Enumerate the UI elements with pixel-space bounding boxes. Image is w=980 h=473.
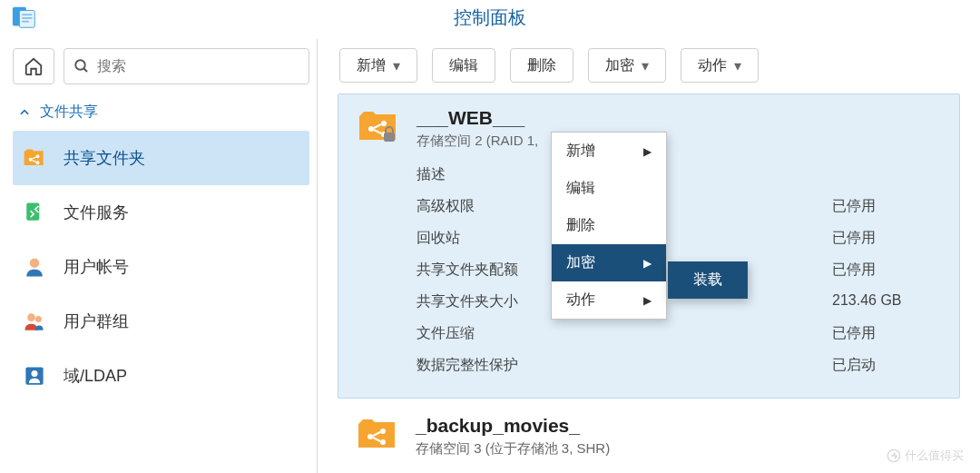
file-service-icon xyxy=(22,200,47,225)
section-toggle-file-sharing[interactable]: 文件共享 xyxy=(13,97,309,131)
share-folder-icon xyxy=(22,145,47,171)
home-icon xyxy=(24,56,44,76)
sidebar-item-share-folder[interactable]: 共享文件夹 xyxy=(13,131,309,185)
svg-point-9 xyxy=(36,161,40,164)
svg-point-13 xyxy=(30,258,40,268)
svg-point-19 xyxy=(381,121,387,126)
sidebar-item-label: 文件服务 xyxy=(64,202,129,223)
svg-point-7 xyxy=(29,158,33,162)
toolbar-动作-button[interactable]: 动作▾ xyxy=(681,48,759,83)
sidebar-item-group[interactable]: 用户群组 xyxy=(13,294,309,349)
content-pane: 新增▾编辑删除加密▾动作▾ ___WEB___存储空间 2 (RAID 1,描述… xyxy=(318,39,980,473)
chevron-right-icon: ▶ xyxy=(643,257,652,270)
svg-rect-3 xyxy=(22,17,32,19)
folder-property-row: 文件压缩已停用 xyxy=(416,318,941,350)
user-icon xyxy=(22,254,47,280)
search-icon xyxy=(74,58,90,74)
folder-name: _backup_movies_ xyxy=(416,415,942,437)
context-menu-item[interactable]: 新增▶ xyxy=(552,133,666,170)
svg-rect-2 xyxy=(22,14,32,15)
sidebar-item-label: 共享文件夹 xyxy=(64,147,145,169)
folder-property-row: 描述 xyxy=(416,159,941,191)
chevron-right-icon: ▶ xyxy=(643,145,652,158)
toolbar-新增-button[interactable]: 新增▾ xyxy=(339,48,417,83)
caret-down-icon: ▾ xyxy=(734,57,741,74)
chevron-right-icon: ▶ xyxy=(643,294,652,307)
context-submenu-mount[interactable]: 装载 xyxy=(668,261,748,299)
toolbar-删除-button[interactable]: 删除 xyxy=(510,48,573,83)
folder-subtitle: 存储空间 2 (RAID 1, xyxy=(416,133,941,150)
folder-icon xyxy=(356,415,399,455)
app-icon xyxy=(11,4,38,31)
toolbar: 新增▾编辑删除加密▾动作▾ xyxy=(318,48,980,94)
svg-point-5 xyxy=(75,60,85,70)
toolbar-加密-button[interactable]: 加密▾ xyxy=(588,48,666,83)
svg-point-15 xyxy=(35,316,42,322)
home-button[interactable] xyxy=(13,48,54,84)
search-input[interactable] xyxy=(97,58,299,74)
folder-property-row: 数据完整性保护已启动 xyxy=(416,350,941,381)
caret-down-icon: ▾ xyxy=(642,57,649,74)
sidebar-item-label: 用户群组 xyxy=(64,310,129,332)
svg-point-18 xyxy=(368,126,374,132)
svg-rect-4 xyxy=(22,21,29,23)
context-menu-item[interactable]: 删除 xyxy=(552,207,666,244)
group-icon xyxy=(22,309,47,334)
context-menu-item[interactable]: 编辑 xyxy=(552,170,666,207)
sidebar-item-label: 用户帐号 xyxy=(64,256,129,278)
sidebar-item-ldap[interactable]: 域/LDAP xyxy=(13,349,309,403)
svg-point-8 xyxy=(36,154,40,158)
svg-point-14 xyxy=(27,313,35,321)
svg-point-17 xyxy=(32,370,38,377)
svg-point-24 xyxy=(368,434,373,439)
sidebar: 文件共享 共享文件夹文件服务用户帐号用户群组域/LDAP xyxy=(0,39,318,473)
folder-subtitle: 存储空间 3 (位于存储池 3, SHR) xyxy=(416,440,942,458)
context-menu: 新增▶编辑删除加密▶动作▶ xyxy=(551,132,667,320)
caret-down-icon: ▾ xyxy=(393,57,400,74)
context-menu-item[interactable]: 动作▶ xyxy=(552,281,666,319)
toolbar-编辑-button[interactable]: 编辑 xyxy=(432,48,495,83)
context-menu-item[interactable]: 加密▶ xyxy=(552,244,666,281)
search-box[interactable] xyxy=(64,48,309,84)
folder-name: ___WEB___ xyxy=(416,107,941,129)
sidebar-item-label: 域/LDAP xyxy=(64,365,127,387)
folder-icon xyxy=(357,107,400,147)
watermark: 什么值得买 xyxy=(887,448,964,464)
window-title: 控制面板 xyxy=(0,0,980,39)
sidebar-item-file-service[interactable]: 文件服务 xyxy=(13,185,309,240)
chevron-up-icon xyxy=(18,106,31,119)
svg-point-25 xyxy=(380,429,386,434)
folder-property-row: 高级权限已停用 xyxy=(416,191,941,222)
sidebar-item-user[interactable]: 用户帐号 xyxy=(13,240,309,294)
svg-point-26 xyxy=(380,439,386,445)
ldap-icon xyxy=(22,363,47,389)
svg-line-6 xyxy=(83,68,87,72)
folder-card[interactable]: _backup_movies_存储空间 3 (位于存储池 3, SHR) xyxy=(338,399,960,473)
svg-rect-23 xyxy=(384,133,395,142)
folder-property-row: 回收站已停用 xyxy=(416,222,941,254)
